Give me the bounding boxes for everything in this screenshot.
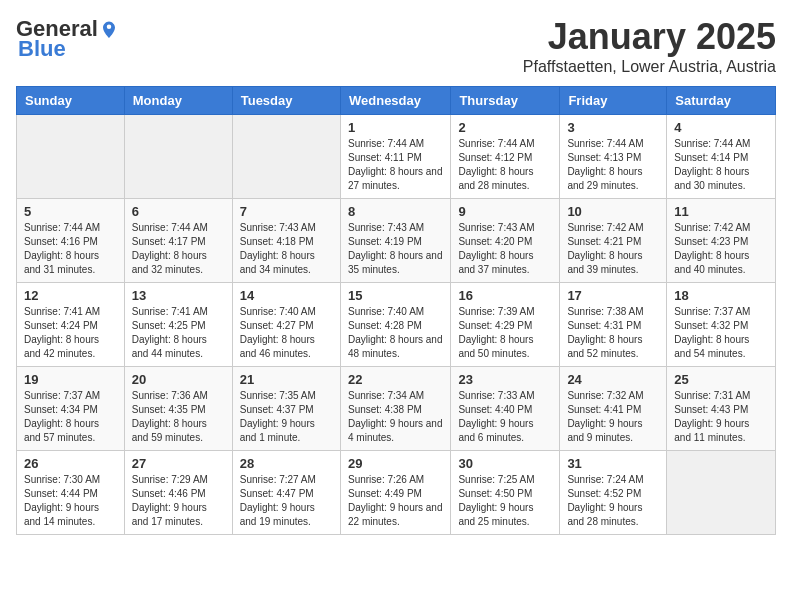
month-title: January 2025 [523,16,776,58]
day-number: 13 [132,288,225,303]
day-number: 16 [458,288,552,303]
day-info: Sunrise: 7:31 AM Sunset: 4:43 PM Dayligh… [674,389,768,445]
table-row: 3Sunrise: 7:44 AM Sunset: 4:13 PM Daylig… [560,115,667,199]
day-number: 29 [348,456,443,471]
table-row [667,451,776,535]
day-number: 6 [132,204,225,219]
day-info: Sunrise: 7:36 AM Sunset: 4:35 PM Dayligh… [132,389,225,445]
day-number: 18 [674,288,768,303]
table-row: 7Sunrise: 7:43 AM Sunset: 4:18 PM Daylig… [232,199,340,283]
title-block: January 2025 Pfaffstaetten, Lower Austri… [523,16,776,76]
table-row: 10Sunrise: 7:42 AM Sunset: 4:21 PM Dayli… [560,199,667,283]
day-info: Sunrise: 7:44 AM Sunset: 4:17 PM Dayligh… [132,221,225,277]
day-info: Sunrise: 7:29 AM Sunset: 4:46 PM Dayligh… [132,473,225,529]
day-number: 15 [348,288,443,303]
day-number: 2 [458,120,552,135]
day-number: 27 [132,456,225,471]
table-row: 11Sunrise: 7:42 AM Sunset: 4:23 PM Dayli… [667,199,776,283]
calendar-week-row: 1Sunrise: 7:44 AM Sunset: 4:11 PM Daylig… [17,115,776,199]
day-number: 21 [240,372,333,387]
calendar-table: Sunday Monday Tuesday Wednesday Thursday… [16,86,776,535]
logo: General Blue [16,16,118,62]
calendar-header-row: Sunday Monday Tuesday Wednesday Thursday… [17,87,776,115]
table-row: 26Sunrise: 7:30 AM Sunset: 4:44 PM Dayli… [17,451,125,535]
day-info: Sunrise: 7:44 AM Sunset: 4:13 PM Dayligh… [567,137,659,193]
table-row: 4Sunrise: 7:44 AM Sunset: 4:14 PM Daylig… [667,115,776,199]
header-wednesday: Wednesday [340,87,450,115]
day-info: Sunrise: 7:33 AM Sunset: 4:40 PM Dayligh… [458,389,552,445]
table-row: 25Sunrise: 7:31 AM Sunset: 4:43 PM Dayli… [667,367,776,451]
day-number: 22 [348,372,443,387]
header-sunday: Sunday [17,87,125,115]
day-number: 19 [24,372,117,387]
table-row: 24Sunrise: 7:32 AM Sunset: 4:41 PM Dayli… [560,367,667,451]
day-number: 3 [567,120,659,135]
day-info: Sunrise: 7:37 AM Sunset: 4:32 PM Dayligh… [674,305,768,361]
day-number: 1 [348,120,443,135]
table-row: 30Sunrise: 7:25 AM Sunset: 4:50 PM Dayli… [451,451,560,535]
table-row: 12Sunrise: 7:41 AM Sunset: 4:24 PM Dayli… [17,283,125,367]
header-thursday: Thursday [451,87,560,115]
header-friday: Friday [560,87,667,115]
day-info: Sunrise: 7:25 AM Sunset: 4:50 PM Dayligh… [458,473,552,529]
table-row: 2Sunrise: 7:44 AM Sunset: 4:12 PM Daylig… [451,115,560,199]
table-row: 18Sunrise: 7:37 AM Sunset: 4:32 PM Dayli… [667,283,776,367]
day-info: Sunrise: 7:42 AM Sunset: 4:21 PM Dayligh… [567,221,659,277]
table-row: 29Sunrise: 7:26 AM Sunset: 4:49 PM Dayli… [340,451,450,535]
location-title: Pfaffstaetten, Lower Austria, Austria [523,58,776,76]
day-info: Sunrise: 7:44 AM Sunset: 4:14 PM Dayligh… [674,137,768,193]
day-info: Sunrise: 7:27 AM Sunset: 4:47 PM Dayligh… [240,473,333,529]
day-number: 28 [240,456,333,471]
table-row: 20Sunrise: 7:36 AM Sunset: 4:35 PM Dayli… [124,367,232,451]
day-info: Sunrise: 7:44 AM Sunset: 4:12 PM Dayligh… [458,137,552,193]
header-monday: Monday [124,87,232,115]
table-row [124,115,232,199]
day-info: Sunrise: 7:44 AM Sunset: 4:16 PM Dayligh… [24,221,117,277]
table-row: 5Sunrise: 7:44 AM Sunset: 4:16 PM Daylig… [17,199,125,283]
table-row: 19Sunrise: 7:37 AM Sunset: 4:34 PM Dayli… [17,367,125,451]
table-row: 1Sunrise: 7:44 AM Sunset: 4:11 PM Daylig… [340,115,450,199]
day-info: Sunrise: 7:43 AM Sunset: 4:20 PM Dayligh… [458,221,552,277]
table-row [17,115,125,199]
table-row: 6Sunrise: 7:44 AM Sunset: 4:17 PM Daylig… [124,199,232,283]
table-row: 13Sunrise: 7:41 AM Sunset: 4:25 PM Dayli… [124,283,232,367]
table-row: 14Sunrise: 7:40 AM Sunset: 4:27 PM Dayli… [232,283,340,367]
day-info: Sunrise: 7:30 AM Sunset: 4:44 PM Dayligh… [24,473,117,529]
day-info: Sunrise: 7:37 AM Sunset: 4:34 PM Dayligh… [24,389,117,445]
day-info: Sunrise: 7:42 AM Sunset: 4:23 PM Dayligh… [674,221,768,277]
day-info: Sunrise: 7:41 AM Sunset: 4:25 PM Dayligh… [132,305,225,361]
table-row: 22Sunrise: 7:34 AM Sunset: 4:38 PM Dayli… [340,367,450,451]
day-info: Sunrise: 7:32 AM Sunset: 4:41 PM Dayligh… [567,389,659,445]
calendar-week-row: 5Sunrise: 7:44 AM Sunset: 4:16 PM Daylig… [17,199,776,283]
header-tuesday: Tuesday [232,87,340,115]
day-info: Sunrise: 7:43 AM Sunset: 4:18 PM Dayligh… [240,221,333,277]
day-number: 17 [567,288,659,303]
day-number: 11 [674,204,768,219]
table-row [232,115,340,199]
day-info: Sunrise: 7:43 AM Sunset: 4:19 PM Dayligh… [348,221,443,277]
day-number: 23 [458,372,552,387]
logo-icon [100,20,118,38]
day-number: 4 [674,120,768,135]
day-number: 10 [567,204,659,219]
day-info: Sunrise: 7:35 AM Sunset: 4:37 PM Dayligh… [240,389,333,445]
calendar-week-row: 26Sunrise: 7:30 AM Sunset: 4:44 PM Dayli… [17,451,776,535]
day-number: 8 [348,204,443,219]
day-info: Sunrise: 7:38 AM Sunset: 4:31 PM Dayligh… [567,305,659,361]
table-row: 8Sunrise: 7:43 AM Sunset: 4:19 PM Daylig… [340,199,450,283]
day-number: 14 [240,288,333,303]
day-number: 26 [24,456,117,471]
day-info: Sunrise: 7:39 AM Sunset: 4:29 PM Dayligh… [458,305,552,361]
day-info: Sunrise: 7:26 AM Sunset: 4:49 PM Dayligh… [348,473,443,529]
page-header: General Blue January 2025 Pfaffstaetten,… [16,16,776,76]
day-info: Sunrise: 7:44 AM Sunset: 4:11 PM Dayligh… [348,137,443,193]
table-row: 9Sunrise: 7:43 AM Sunset: 4:20 PM Daylig… [451,199,560,283]
table-row: 31Sunrise: 7:24 AM Sunset: 4:52 PM Dayli… [560,451,667,535]
day-number: 20 [132,372,225,387]
day-number: 25 [674,372,768,387]
day-info: Sunrise: 7:34 AM Sunset: 4:38 PM Dayligh… [348,389,443,445]
table-row: 17Sunrise: 7:38 AM Sunset: 4:31 PM Dayli… [560,283,667,367]
day-info: Sunrise: 7:40 AM Sunset: 4:27 PM Dayligh… [240,305,333,361]
logo-blue-text: Blue [18,36,66,62]
day-number: 12 [24,288,117,303]
